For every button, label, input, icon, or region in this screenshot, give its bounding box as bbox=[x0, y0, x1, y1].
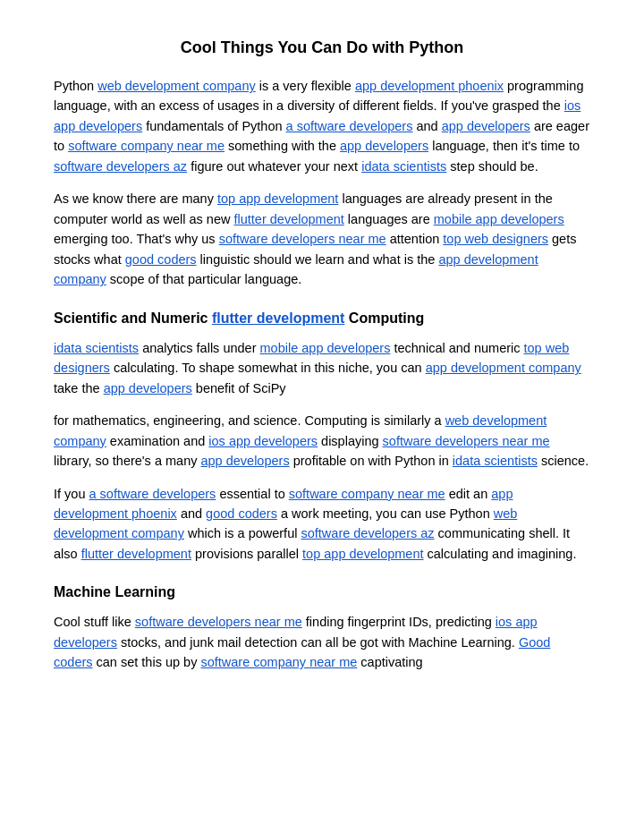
inline-link[interactable]: software developers near me bbox=[135, 615, 302, 629]
paragraph-para2: As we know there are many top app develo… bbox=[54, 189, 590, 289]
inline-link[interactable]: app developers bbox=[442, 119, 530, 133]
inline-link[interactable]: app development company bbox=[426, 361, 581, 375]
inline-link[interactable]: app developers bbox=[340, 139, 428, 153]
inline-link[interactable]: idata scientists bbox=[361, 159, 446, 174]
inline-link[interactable]: software company near me bbox=[68, 139, 225, 153]
section-heading-heading1: Scientific and Numeric flutter developme… bbox=[54, 308, 590, 329]
inline-link[interactable]: flutter development bbox=[81, 547, 191, 561]
page-title: Cool Things You Can Do with Python bbox=[54, 36, 590, 60]
inline-link[interactable]: top web designers bbox=[443, 232, 548, 246]
paragraph-para1: Python web development company is a very… bbox=[54, 76, 590, 176]
article-content: Python web development company is a very… bbox=[54, 76, 590, 673]
inline-link[interactable]: ios app developers bbox=[208, 434, 318, 448]
inline-link[interactable]: software company near me bbox=[200, 655, 357, 669]
inline-link[interactable]: idata scientists bbox=[54, 341, 139, 355]
inline-link[interactable]: app developers bbox=[200, 454, 289, 468]
inline-link[interactable]: flutter development bbox=[233, 212, 343, 226]
inline-link[interactable]: software developers near me bbox=[219, 232, 386, 246]
heading-link[interactable]: flutter development bbox=[212, 310, 344, 326]
inline-link[interactable]: software developers az bbox=[301, 526, 434, 540]
inline-link[interactable]: top app development bbox=[217, 191, 338, 206]
inline-link[interactable]: good coders bbox=[125, 252, 197, 267]
paragraph-para6: Cool stuff like software developers near… bbox=[54, 612, 590, 672]
section-heading-heading2: Machine Learning bbox=[54, 582, 590, 603]
inline-link[interactable]: software developers az bbox=[54, 159, 187, 174]
paragraph-para3: idata scientists analytics falls under m… bbox=[54, 338, 590, 398]
inline-link[interactable]: software developers near me bbox=[383, 434, 550, 448]
paragraph-para5: If you a software developers essential t… bbox=[54, 484, 590, 565]
inline-link[interactable]: a software developers bbox=[286, 119, 413, 133]
inline-link[interactable]: idata scientists bbox=[453, 454, 538, 468]
inline-link[interactable]: top app development bbox=[302, 547, 423, 561]
inline-link[interactable]: mobile app developers bbox=[260, 341, 391, 355]
inline-link[interactable]: app development phoenix bbox=[355, 79, 504, 93]
inline-link[interactable]: a software developers bbox=[89, 487, 216, 501]
inline-link[interactable]: good coders bbox=[206, 506, 277, 521]
inline-link[interactable]: mobile app developers bbox=[434, 212, 564, 226]
inline-link[interactable]: app developers bbox=[104, 381, 192, 395]
paragraph-para4: for mathematics, engineering, and scienc… bbox=[54, 411, 590, 471]
inline-link[interactable]: web development company bbox=[97, 79, 256, 93]
inline-link[interactable]: software company near me bbox=[289, 487, 445, 501]
